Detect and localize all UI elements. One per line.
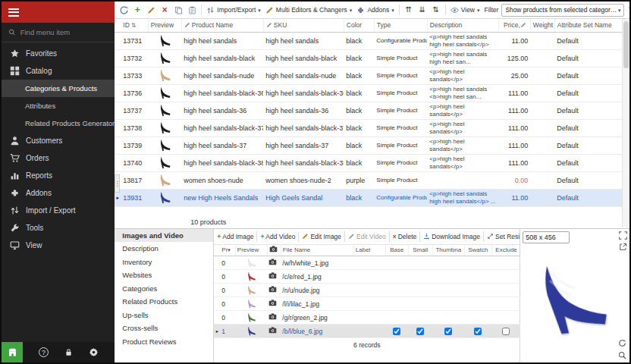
tab-description[interactable]: Description xyxy=(115,242,213,256)
sidebar-item-addons[interactable]: Addons xyxy=(2,184,115,202)
image-row[interactable]: 0 /n/u/nude.jpg xyxy=(214,284,520,297)
sidebar-item-related-products-generator[interactable]: Related Products Generator xyxy=(2,115,115,132)
column-header-exclude[interactable]: Exclude xyxy=(491,245,520,256)
addons-menu[interactable]: Addons ▾ xyxy=(355,6,395,14)
lock-icon[interactable] xyxy=(64,348,73,356)
table-row-selected[interactable]: ▸ 13931 new High Heels Sandals High Geel… xyxy=(115,189,623,206)
panel-splitter-handle[interactable]: ⋮ xyxy=(115,174,120,193)
column-header-product-name[interactable]: Product Name xyxy=(181,19,263,32)
column-header-thumbnail[interactable]: Thumbna xyxy=(432,245,464,256)
exclude-checkbox[interactable] xyxy=(502,328,510,335)
column-header-type[interactable]: Type xyxy=(374,19,427,32)
category-filter-select[interactable]: Show products from selected categories ▾ xyxy=(501,4,624,17)
table-row[interactable]: 13732 high heel sandals-black high heel … xyxy=(115,49,623,67)
column-header-weight[interactable]: Weight xyxy=(530,19,554,32)
add-image-button[interactable]: +Add Image xyxy=(217,233,253,240)
sidebar-item-favorites[interactable]: Favorites xyxy=(2,45,115,62)
tab-inventory[interactable]: Inventory xyxy=(115,256,213,269)
tab-cross-sells[interactable]: Cross-sells xyxy=(115,322,213,335)
base-checkbox[interactable] xyxy=(393,328,400,335)
table-row[interactable]: 13817 women shoes-nude women shoes-nude-… xyxy=(115,171,623,189)
sort-descending-button[interactable]: ⇊ xyxy=(416,6,429,14)
column-header-description[interactable]: Description xyxy=(427,19,498,32)
tab-websites[interactable]: Websites xyxy=(115,268,213,282)
column-header-file-name[interactable]: File Name xyxy=(281,245,353,256)
sidebar-item-customers[interactable]: Customers xyxy=(2,132,115,149)
column-header-id[interactable]: ID⇅ xyxy=(121,19,148,32)
table-row[interactable]: 13740 high heel sandals-black-38 high he… xyxy=(115,154,623,171)
table-row[interactable]: 13731 high heel sandals high heel sandal… xyxy=(115,32,623,49)
column-header-price[interactable]: Price, xyxy=(498,19,530,32)
image-row[interactable]: 0 /g/r/green_2.jpg xyxy=(214,311,520,325)
small-checkbox[interactable] xyxy=(416,328,424,335)
column-header-preview[interactable]: Preview xyxy=(235,245,267,256)
column-header-attribute-set[interactable]: Attribute Set Name xyxy=(554,19,623,32)
sidebar-item-import-export[interactable]: Import / Export xyxy=(2,202,115,219)
fullscreen-icon[interactable] xyxy=(619,231,627,240)
refresh-button[interactable] xyxy=(118,5,130,14)
sidebar-item-orders[interactable]: Orders xyxy=(2,149,115,167)
download-image-button[interactable]: Download Image xyxy=(423,233,480,240)
import-export-menu[interactable]: Import/Export ▾ xyxy=(205,6,262,14)
delete-product-button[interactable]: × xyxy=(159,5,171,14)
table-row[interactable]: 13736 high heel sandals-black-36 high he… xyxy=(115,84,623,102)
store-button[interactable] xyxy=(2,342,23,362)
sidebar-item-view[interactable]: View xyxy=(2,237,115,254)
tab-categories[interactable]: Categories xyxy=(115,282,213,296)
image-row[interactable]: 0 /w/h/white_1.jpg xyxy=(214,256,520,270)
edit-product-button[interactable] xyxy=(145,5,157,14)
swatch-checkbox[interactable] xyxy=(474,328,482,335)
help-icon[interactable]: ? xyxy=(39,347,49,357)
external-link-icon[interactable] xyxy=(619,243,627,251)
column-header-position[interactable]: Pr▾ xyxy=(220,245,235,256)
thumbnail-checkbox[interactable] xyxy=(444,328,452,335)
refresh-icon[interactable] xyxy=(618,339,626,347)
menu-icon[interactable] xyxy=(8,6,19,18)
tab-images-and-video[interactable]: Images and Video xyxy=(115,229,213,243)
column-header-color[interactable]: Color xyxy=(344,19,374,32)
edit-image-button[interactable]: Edit Image xyxy=(302,233,341,240)
filters-menu[interactable]: Filters ▾ xyxy=(626,6,629,14)
add-product-button[interactable]: + xyxy=(131,5,143,14)
table-row[interactable]: 13733 high heel sandals-nude high heel s… xyxy=(115,67,623,84)
table-row[interactable]: 13738 high heel sandals-black-37 high he… xyxy=(115,119,623,136)
column-header-label[interactable]: Label xyxy=(353,245,385,256)
column-header-sku[interactable]: SKU xyxy=(263,19,344,32)
column-header-small[interactable]: Small xyxy=(408,245,432,256)
image-row[interactable]: 0 /l/i/lilac_1.jpg xyxy=(214,297,520,311)
add-video-button[interactable]: +Add Video xyxy=(260,233,295,240)
sort-ascending-button[interactable]: ⇈ xyxy=(403,6,415,14)
tab-related-products[interactable]: Related Products xyxy=(115,295,213,309)
set-resize-rule-button[interactable]: Set Resize Rule xyxy=(487,233,520,240)
image-row-selected[interactable]: ▸ 1 /b/l/blue_6.jpg xyxy=(214,325,520,338)
cell-position: 0 xyxy=(220,270,235,284)
column-header-preview[interactable]: Preview xyxy=(148,19,181,32)
sidebar-item-categories-products[interactable]: Categories & Products xyxy=(2,80,115,97)
edit-video-button[interactable]: Edit Video xyxy=(348,233,386,240)
multi-editors-menu[interactable]: Multi Editors & Changers ▾ xyxy=(264,6,354,14)
vertical-scrollbar[interactable] xyxy=(622,19,629,228)
sort-button[interactable]: ⇅ xyxy=(430,6,442,14)
sidebar-item-attributes[interactable]: Attributes xyxy=(2,97,115,115)
sidebar-item-catalog[interactable]: Catalog xyxy=(2,62,115,80)
column-header-swatch[interactable]: Swatch xyxy=(464,245,491,256)
image-size-field[interactable] xyxy=(523,231,570,243)
view-menu[interactable]: View ▾ xyxy=(449,6,482,14)
sidebar-item-reports[interactable]: Reports xyxy=(2,167,115,184)
column-header-media-type[interactable] xyxy=(267,245,281,256)
cell-preview xyxy=(148,84,181,102)
column-header-base[interactable]: Base xyxy=(385,245,408,256)
tab-product-reviews[interactable]: Product Reviews xyxy=(115,335,213,349)
scrollbar-thumb[interactable] xyxy=(623,21,629,68)
table-row[interactable]: 13739 high heel sandals-37 high heel san… xyxy=(115,136,623,154)
sidebar-item-tools[interactable]: Tools xyxy=(2,219,115,237)
copy-button[interactable] xyxy=(172,5,184,14)
zoom-icon[interactable] xyxy=(618,351,626,359)
menu-search-input[interactable] xyxy=(20,28,108,36)
delete-image-button[interactable]: ×Delete xyxy=(393,233,417,240)
gear-icon[interactable] xyxy=(89,347,99,357)
table-row[interactable]: 13737 high heel sandals-36 high heel san… xyxy=(115,102,623,119)
image-row[interactable]: 0 /c/e/red_1.jpg xyxy=(214,270,520,284)
tab-up-sells[interactable]: Up-sells xyxy=(115,309,213,322)
paste-button[interactable] xyxy=(186,5,198,14)
